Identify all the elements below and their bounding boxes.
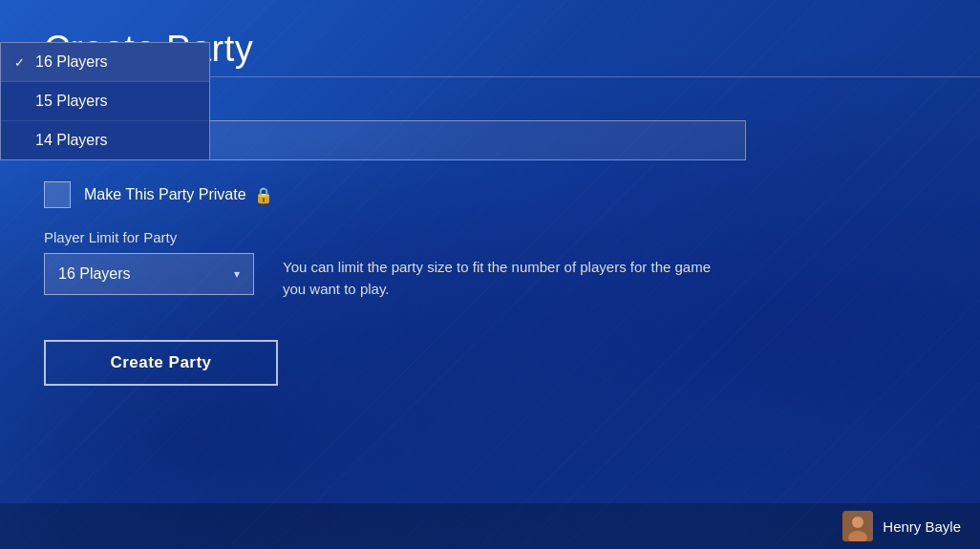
dropdown-option-15[interactable]: 15 Players [1,82,209,121]
dropdown-option-14-label: 14 Players [35,132,108,149]
main-content: Create Party Party Name Make This Party … [0,0,980,414]
chevron-down-icon: ▾ [234,267,240,281]
user-bar: Henry Bayle [0,503,980,549]
dropdown-option-16-label: 16 Players [35,53,108,71]
username: Henry Bayle [883,518,961,535]
player-limit-section: Player Limit for Party 16 Players ▾ ✓ 16… [44,229,936,300]
player-limit-label: Player Limit for Party [44,229,936,245]
lock-icon: 🔒 [254,186,273,204]
dropdown-menu: ✓ 16 Players 15 Players 14 Players [0,42,210,160]
create-party-form: Party Name Make This Party Private 🔒 Pla… [44,96,936,386]
dropdown-selected-value: 16 Players [58,265,131,283]
private-checkbox-row: Make This Party Private 🔒 [44,181,936,208]
player-limit-row: 16 Players ▾ ✓ 16 Players 15 Players [44,253,936,300]
svg-point-1 [852,517,863,528]
private-label: Make This Party Private 🔒 [84,186,273,204]
player-limit-dropdown[interactable]: 16 Players ▾ [44,253,254,295]
player-limit-hint: You can limit the party size to fit the … [283,257,722,300]
dropdown-option-16[interactable]: ✓ 16 Players [1,43,209,82]
dropdown-option-15-label: 15 Players [35,93,108,110]
avatar [842,511,873,541]
check-icon: ✓ [14,55,28,70]
private-checkbox[interactable] [44,181,71,208]
create-party-button[interactable]: Create Party [44,340,278,386]
dropdown-wrapper: 16 Players ▾ ✓ 16 Players 15 Players [44,253,254,295]
dropdown-option-14[interactable]: 14 Players [1,121,209,159]
